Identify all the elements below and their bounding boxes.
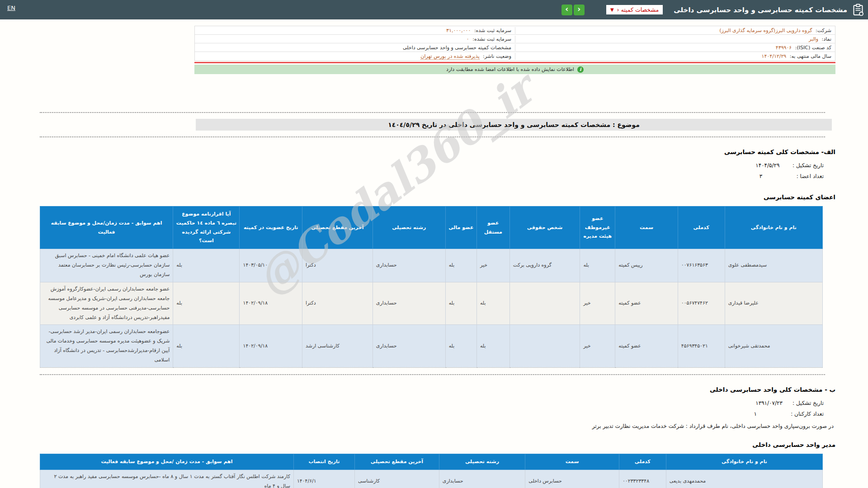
cell-legal-entity: گروه دارویی برکت [509,249,580,282]
company-cell: شرکت: گروه دارویی البرز(گروه سرمایه گذار… [515,27,835,34]
cell-declaration: بله [173,282,240,325]
page-title: مشخصات کمیته حسابرسی و واحد حسابرسی داخل… [674,6,847,14]
issuer-status-cell: وضعیت ناشر: پذیرفته شده در بورس تهران [195,53,515,60]
section-a-title: الف- مشخصات کلی کمیته حسابرسی [194,148,835,155]
col-header-position: سمت [525,454,619,469]
members-count-value: ۳ [760,173,788,179]
unregistered-capital-cell: سرمایه ثبت نشده: ۰ [195,36,515,42]
isic-label: کد صنعت (ISIC): [795,45,831,51]
report-clipboard-icon[interactable] [853,4,863,16]
committee-table-header-row: نام و نام خانوادگی کدملی سمت عضو غیرموظف… [40,206,823,249]
signature-match-notice: i اطلاعات نمایش داده شده با اطلاعات امضا… [194,65,835,74]
cell-membership-date: ۱۴۰۲/۰۹/۱۸ [240,282,302,325]
cell-field-of-study: حسابداری [373,249,445,282]
report-name-text: مشخصات کمیته حسابرسی و واحد حسابرسی داخل… [403,45,511,51]
col-header-national-id: کدملی [678,206,725,249]
symbol-cell: نماد: والبر [515,36,835,42]
cell-declaration: بله [173,325,240,368]
unit-staff-count-row: تعداد کارکنان : ۱ [194,408,835,419]
prev-report-button[interactable]: ‹ [561,5,572,15]
cell-records: کارمند شرکت اطلس نگار آفتاب گستر به مدت … [40,469,294,488]
cell-national-id: ۰۰۲۳۳۲۳۳۴۸ [619,469,666,488]
table-row: علیرضا قیداری ۰۰۵۶۷۴۷۴۶۲ عضو کمیته خیر ب… [40,282,823,325]
committee-members-table-title: اعضای کمیته حسابرسی [194,193,835,201]
unit-formation-date-label: تاریخ تشکیل : [793,400,824,406]
col-header-fullname: نام و نام خانوادگی [666,454,822,469]
fiscal-year-label: سال مالی منتهی به: [790,53,831,59]
dotted-separator [40,136,825,137]
committee-formation-date-row: تاریخ تشکیل : ۱۴۰۴/۵/۲۹ [194,160,835,171]
cell-independent: بله [476,282,509,325]
dotted-separator [40,374,825,375]
cell-position: حسابرس داخلی [525,469,619,488]
cell-fullname: محمدتقی شیرخوانی [725,325,822,368]
cell-legal-entity [509,282,580,325]
language-en-link[interactable]: EN [7,5,15,11]
col-header-position: سمت [615,206,678,249]
cell-national-id: ۰۰۵۶۷۴۷۴۶۲ [678,282,725,325]
cell-position: عضو کمیته [615,325,678,368]
manager-table-header-row: نام و نام خانوادگی کدملی سمت رشته تحصیلی… [40,454,823,469]
members-count-label: تعداد اعضا : [797,173,824,179]
cell-financial: بله [445,249,476,282]
col-header-fullname: نام و نام خانوادگی [725,206,822,249]
col-header-membership-date: تاریخ عضویت در کمیته [240,206,302,249]
cell-position: رییس کمیته [615,249,678,282]
info-icon: i [577,66,584,73]
registered-capital-value: ۳۱,۰۰۰,۰۰۰ [446,28,471,33]
section-b: ب - مشخصات کلی واحد حسابرسی داخلی تاریخ … [194,386,835,448]
chevron-down-icon: ▼ [610,7,614,12]
col-header-nonexec-board: عضو غیرموظف هیئت مدیره [580,206,615,249]
outsourcing-contract-text: در صورت برون‌سپاری واحد حسابرسی داخلی، ن… [194,419,835,429]
company-info-table: شرکت: گروه دارویی البرز(گروه سرمایه گذار… [194,26,835,61]
info-row-2: نماد: والبر سرمایه ثبت نشده: ۰ [195,35,835,43]
col-header-field-of-study: رشته تحصیلی [373,206,445,249]
cell-membership-date: ۱۴۰۳/۰۵/۱۰ [240,249,302,282]
committee-members-table: نام و نام خانوادگی کدملی سمت عضو غیرموظف… [40,206,823,368]
cell-records: عضو هیات علمی دانشگاه امام خمینی - حسابر… [40,249,173,282]
table-row: سیدمصطفی علوی ۰۰۷۶۱۶۳۵۶۳ رییس کمیته بله … [40,249,823,282]
cell-legal-entity [509,325,580,368]
cell-membership-date: ۱۴۰۲/۰۹/۱۸ [240,325,302,368]
cell-independent: بله [476,325,509,368]
cell-independent: خیر [476,249,509,282]
formation-date-label: تاریخ تشکیل : [793,162,824,169]
cell-nonexec-board: خیر [580,325,615,368]
fiscal-year-value: ۱۴۰۴/۱۲/۲۹ [762,53,787,59]
cell-declaration: بله [173,249,240,282]
cell-financial: بله [445,325,476,368]
internal-audit-manager-table: نام و نام خانوادگی کدملی سمت رشته تحصیلی… [40,454,823,488]
internal-audit-manager-table-title: مدیر واحد حسابرسی داخلی [194,441,835,448]
info-row-1: شرکت: گروه دارویی البرز(گروه سرمایه گذار… [195,26,835,35]
unregistered-capital-value: ۰ [467,36,469,42]
cell-fullname: محمدمهدی بدیعی [666,469,822,488]
cell-degree: کارشناسی ارشد [302,325,373,368]
committee-specs-dropdown[interactable]: مشخصات کمیته ‹ ▼ [606,5,663,14]
isic-value: ۴۳۹۹۰۶ [776,45,792,51]
cell-appointment-date: ۱۴۰۴/۶/۱ [293,469,354,488]
table-row: محمدتقی شیرخوانی ۴۵۶۹۳۴۵۰۲۱ عضو کمیته خی… [40,325,823,368]
cell-degree: دکترا [302,249,373,282]
col-header-records: اهم سوابق - مدت زمان /محل و موضوع سابقه … [40,454,294,469]
symbol-label: نماد: [822,36,831,42]
unit-staff-count-value: ۱ [754,411,782,417]
fiscal-year-cell: سال مالی منتهی به: ۱۴۰۴/۱۲/۲۹ [515,53,835,60]
subject-bar: موضوع : مشخصات کمیته حسابرسی و واحد حساب… [196,119,832,131]
next-report-button[interactable]: › [574,5,585,15]
company-label: شرکت: [816,28,831,33]
unregistered-capital-label: سرمایه ثبت نشده: [472,36,511,42]
cell-degree: دکترا [302,282,373,325]
cell-records: عضو جامعه حسابداران رسمی ایران-عضوکارگرو… [40,282,173,325]
unit-formation-date-row: تاریخ تشکیل : ۱۳۹۱/۰۷/۲۳ [194,398,835,408]
unit-formation-date-value: ۱۳۹۱/۰۷/۲۳ [755,400,783,406]
cell-fullname: سیدمصطفی علوی [725,249,822,282]
top-bar: EN مشخصات کمیته حسابرسی و واحد حسابرسی د… [0,0,868,19]
cell-degree: کارشناسی [354,469,439,488]
issuer-status-link[interactable]: پذیرفته شده در بورس تهران [420,53,479,60]
col-header-appointment-date: تاریخ انتصاب [293,454,354,469]
cell-field-of-study: حسابداری [373,325,445,368]
section-a: الف- مشخصات کلی کمیته حسابرسی تاریخ تشکی… [194,148,835,201]
cell-fullname: علیرضا قیداری [725,282,822,325]
cell-field-of-study: حسابداری [373,282,445,325]
table-row: محمدمهدی بدیعی ۰۰۲۳۳۲۳۳۴۸ حسابرس داخلی ح… [40,469,823,488]
